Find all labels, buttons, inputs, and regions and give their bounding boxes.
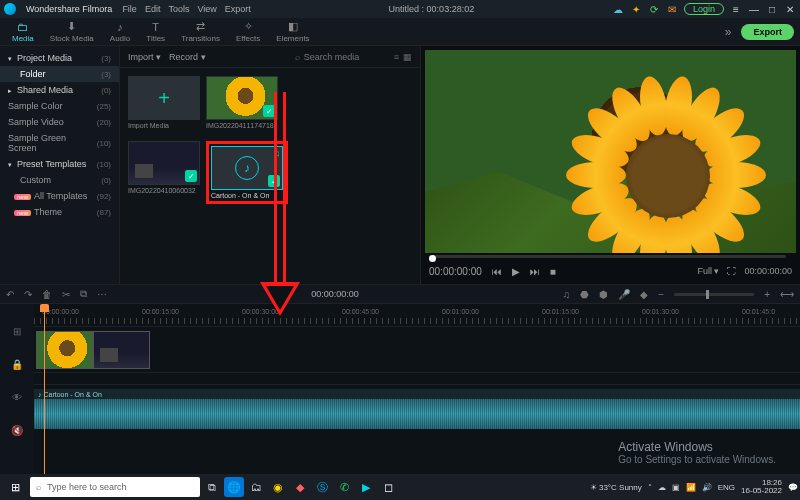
bell-icon[interactable]: ✉ bbox=[666, 3, 678, 15]
clock[interactable]: 18:26 16-05-2022 bbox=[741, 479, 782, 495]
sidebar-item-custom[interactable]: Custom(0) bbox=[0, 172, 119, 188]
delete-icon[interactable]: 🗑 bbox=[42, 289, 52, 300]
tray-up-icon[interactable]: ˄ bbox=[648, 483, 652, 492]
split-icon[interactable]: ✂ bbox=[62, 289, 70, 300]
video-clips[interactable] bbox=[36, 331, 150, 369]
mute-icon[interactable]: 🔇 bbox=[11, 425, 23, 436]
expand-icon[interactable]: ⛶ bbox=[727, 266, 736, 276]
zoom-in-icon[interactable]: + bbox=[764, 289, 770, 300]
battery-icon[interactable]: ▣ bbox=[672, 483, 680, 492]
whatsapp-icon[interactable]: ✆ bbox=[334, 477, 354, 497]
sidebar-item-sample-green[interactable]: Sample Green Screen(10) bbox=[0, 130, 119, 156]
undo-icon[interactable]: ↶ bbox=[6, 289, 14, 300]
tab-audio[interactable]: ♪Audio bbox=[104, 19, 136, 45]
weather-widget[interactable]: ☀ 33°C Sunny bbox=[590, 483, 642, 492]
voice-icon[interactable]: 🎤 bbox=[618, 289, 630, 300]
menu-tools[interactable]: Tools bbox=[168, 4, 189, 14]
zoom-fit-icon[interactable]: ⟷ bbox=[780, 289, 794, 300]
tab-effects-label: Effects bbox=[236, 34, 260, 43]
playhead[interactable] bbox=[44, 304, 45, 474]
tab-stock-media[interactable]: ⬇Stock Media bbox=[44, 18, 100, 45]
audio-track[interactable]: ♪Cartoon - On & On bbox=[34, 384, 800, 432]
start-button[interactable]: ⊞ bbox=[2, 477, 28, 497]
marker-icon[interactable]: ⬣ bbox=[580, 289, 589, 300]
explorer-icon[interactable]: 🗂 bbox=[246, 477, 266, 497]
filmora-icon[interactable]: ▶ bbox=[356, 477, 376, 497]
chrome-icon[interactable]: ◉ bbox=[268, 477, 288, 497]
lock-icon[interactable]: 🔒 bbox=[11, 359, 23, 370]
star-icon[interactable]: ✦ bbox=[630, 3, 642, 15]
tab-media[interactable]: 🗀Media bbox=[6, 19, 40, 45]
zoom-slider[interactable] bbox=[674, 293, 754, 296]
lang-indicator[interactable]: ENG bbox=[718, 483, 735, 492]
import-media-tile[interactable]: + Import Media bbox=[128, 76, 200, 129]
chevron-right-icon[interactable]: » bbox=[719, 25, 738, 39]
redo-icon[interactable]: ↷ bbox=[24, 289, 32, 300]
menu-file[interactable]: File bbox=[122, 4, 137, 14]
video-clip-2[interactable] bbox=[93, 331, 150, 369]
titles-icon: T bbox=[152, 21, 159, 33]
crop-icon[interactable]: ⧉ bbox=[80, 288, 87, 300]
search-input[interactable] bbox=[304, 52, 384, 62]
play-button[interactable]: ▶ bbox=[512, 266, 520, 277]
taskbar-search[interactable]: ⌕Type here to search bbox=[30, 477, 200, 497]
close-icon[interactable]: ✕ bbox=[784, 3, 796, 15]
next-button[interactable]: ⏭ bbox=[530, 266, 540, 277]
edge-icon[interactable]: 🌐 bbox=[224, 477, 244, 497]
login-button[interactable]: Login bbox=[684, 3, 724, 15]
tab-titles[interactable]: TTitles bbox=[140, 19, 171, 45]
menu-edit[interactable]: Edit bbox=[145, 4, 161, 14]
mixer-icon[interactable]: ♫ bbox=[563, 289, 571, 300]
waveform bbox=[34, 399, 800, 429]
tab-effects[interactable]: ✧Effects bbox=[230, 18, 266, 45]
eye-icon[interactable]: 👁 bbox=[12, 392, 22, 403]
sort-icon[interactable]: ≡ bbox=[394, 52, 399, 62]
view-icon[interactable]: ▦ bbox=[403, 52, 412, 62]
audio-clip[interactable]: ♪Cartoon - On & On bbox=[34, 389, 800, 429]
maximize-icon[interactable]: □ bbox=[766, 3, 778, 15]
zoom-out-icon[interactable]: − bbox=[658, 289, 664, 300]
render-icon[interactable]: ⬢ bbox=[599, 289, 608, 300]
menu-view[interactable]: View bbox=[197, 4, 216, 14]
refresh-icon[interactable]: ⟳ bbox=[648, 3, 660, 15]
media-item-image1[interactable]: ✓ IMG20220411174718 bbox=[206, 76, 278, 129]
sidebar-item-sample-video[interactable]: Sample Video(20) bbox=[0, 114, 119, 130]
stop-button[interactable]: ■ bbox=[550, 266, 556, 277]
sidebar-item-shared-media[interactable]: ▸Shared Media(0) bbox=[0, 82, 119, 98]
volume-icon[interactable]: 🔊 bbox=[702, 483, 712, 492]
export-button[interactable]: Export bbox=[741, 24, 794, 40]
notifications-icon[interactable]: 💬 bbox=[788, 483, 798, 492]
menu-export[interactable]: Export bbox=[225, 4, 251, 14]
cloud-icon[interactable]: ☁ bbox=[612, 3, 624, 15]
keyframe-icon[interactable]: ◆ bbox=[640, 289, 648, 300]
sidebar-item-all-templates[interactable]: newAll Templates(92) bbox=[0, 188, 119, 204]
quality-dropdown[interactable]: Full ▾ bbox=[697, 266, 719, 276]
tab-transitions[interactable]: ⇄Transitions bbox=[175, 18, 226, 45]
media-item-image2[interactable]: ✓ IMG20220410060032 bbox=[128, 141, 200, 204]
sidebar-item-project-media[interactable]: ▾Project Media(3) bbox=[0, 50, 119, 66]
sidebar-item-theme[interactable]: newTheme(87) bbox=[0, 204, 119, 220]
more-icon[interactable]: ⋯ bbox=[97, 289, 107, 300]
sidebar-item-preset-templates[interactable]: ▾Preset Templates(10) bbox=[0, 156, 119, 172]
task-view-icon[interactable]: ⧉ bbox=[202, 477, 222, 497]
track-options-icon[interactable]: ⊞ bbox=[13, 326, 21, 337]
media-item-audio[interactable]: ♫ ♪ ✓ Cartoon - On & On bbox=[211, 146, 283, 199]
onedrive-icon[interactable]: ☁ bbox=[658, 483, 666, 492]
tab-elements[interactable]: ◧Elements bbox=[270, 18, 315, 45]
wifi-icon[interactable]: 📶 bbox=[686, 483, 696, 492]
timeline: ⊞ 🔒 👁 🔇 00:00:00:00 00:00:15:00 00:00:30… bbox=[0, 304, 800, 474]
record-button[interactable]: Record ▾ bbox=[169, 52, 206, 62]
video-track[interactable] bbox=[34, 326, 800, 372]
sidebar-item-sample-color[interactable]: Sample Color(25) bbox=[0, 98, 119, 114]
skype-icon[interactable]: Ⓢ bbox=[312, 477, 332, 497]
timeline-body[interactable]: 00:00:00:00 00:00:15:00 00:00:30:00 00:0… bbox=[34, 304, 800, 474]
settings-icon[interactable]: ≡ bbox=[730, 3, 742, 15]
import-button[interactable]: Import ▾ bbox=[128, 52, 161, 62]
tray-app-icon[interactable]: ◻ bbox=[378, 477, 398, 497]
app-icon[interactable]: ◆ bbox=[290, 477, 310, 497]
sidebar-item-folder[interactable]: Folder(3) bbox=[0, 66, 119, 82]
prev-button[interactable]: ⏮ bbox=[492, 266, 502, 277]
preview-screen[interactable] bbox=[425, 50, 796, 253]
time-ruler[interactable]: 00:00:00:00 00:00:15:00 00:00:30:00 00:0… bbox=[34, 304, 800, 326]
minimize-icon[interactable]: — bbox=[748, 3, 760, 15]
